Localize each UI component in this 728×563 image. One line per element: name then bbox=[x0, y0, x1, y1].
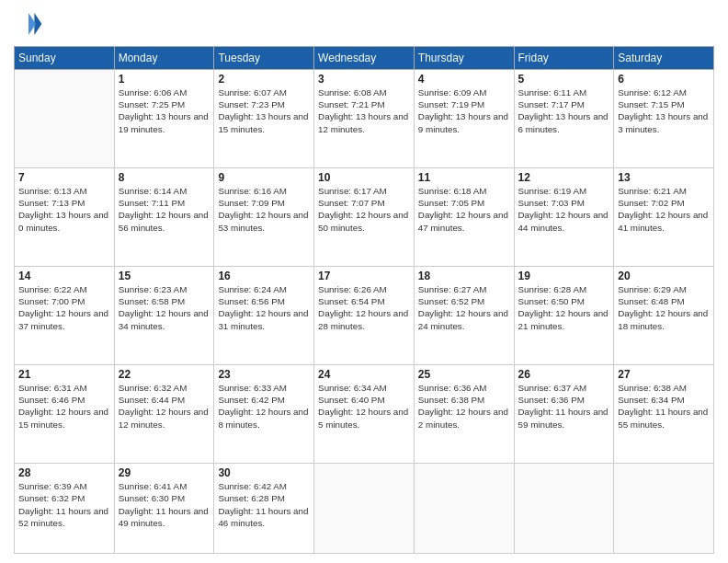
day-number: 29 bbox=[119, 466, 210, 479]
day-number: 2 bbox=[218, 73, 310, 86]
weekday-header-row: SundayMondayTuesdayWednesdayThursdayFrid… bbox=[15, 47, 714, 70]
calendar-cell: 9Sunrise: 6:16 AMSunset: 7:09 PMDaylight… bbox=[214, 168, 314, 267]
day-info: Sunrise: 6:31 AMSunset: 6:46 PMDaylight:… bbox=[18, 382, 110, 431]
weekday-header-tuesday: Tuesday bbox=[214, 47, 314, 70]
day-number: 6 bbox=[618, 73, 710, 86]
calendar-cell: 20Sunrise: 6:29 AMSunset: 6:48 PMDayligh… bbox=[614, 267, 714, 365]
calendar-cell: 7Sunrise: 6:13 AMSunset: 7:13 PMDaylight… bbox=[15, 168, 115, 267]
day-info: Sunrise: 6:18 AMSunset: 7:05 PMDaylight:… bbox=[418, 185, 510, 234]
logo-icon bbox=[14, 9, 43, 39]
calendar-cell: 23Sunrise: 6:33 AMSunset: 6:42 PMDayligh… bbox=[214, 365, 314, 464]
calendar-cell: 8Sunrise: 6:14 AMSunset: 7:11 PMDaylight… bbox=[114, 168, 214, 267]
calendar-cell: 16Sunrise: 6:24 AMSunset: 6:56 PMDayligh… bbox=[214, 267, 314, 365]
day-info: Sunrise: 6:11 AMSunset: 7:17 PMDaylight:… bbox=[518, 86, 610, 135]
day-info: Sunrise: 6:09 AMSunset: 7:19 PMDaylight:… bbox=[418, 86, 510, 135]
calendar-cell: 30Sunrise: 6:42 AMSunset: 6:28 PMDayligh… bbox=[214, 464, 314, 554]
calendar-cell: 14Sunrise: 6:22 AMSunset: 7:00 PMDayligh… bbox=[15, 267, 115, 365]
day-number: 24 bbox=[318, 368, 410, 381]
day-info: Sunrise: 6:14 AMSunset: 7:11 PMDaylight:… bbox=[119, 185, 210, 234]
calendar-cell: 28Sunrise: 6:39 AMSunset: 6:32 PMDayligh… bbox=[15, 464, 115, 554]
weekday-header-friday: Friday bbox=[514, 47, 614, 70]
day-info: Sunrise: 6:39 AMSunset: 6:32 PMDaylight:… bbox=[18, 480, 110, 529]
calendar-cell: 19Sunrise: 6:28 AMSunset: 6:50 PMDayligh… bbox=[514, 267, 614, 365]
day-number: 27 bbox=[618, 368, 710, 381]
weekday-header-monday: Monday bbox=[114, 47, 214, 70]
calendar-cell: 24Sunrise: 6:34 AMSunset: 6:40 PMDayligh… bbox=[314, 365, 415, 464]
day-number: 7 bbox=[18, 171, 110, 184]
day-number: 1 bbox=[119, 73, 210, 86]
calendar-cell: 18Sunrise: 6:27 AMSunset: 6:52 PMDayligh… bbox=[414, 267, 514, 365]
day-info: Sunrise: 6:29 AMSunset: 6:48 PMDaylight:… bbox=[618, 283, 710, 332]
day-info: Sunrise: 6:41 AMSunset: 6:30 PMDaylight:… bbox=[119, 480, 210, 529]
weekday-header-wednesday: Wednesday bbox=[314, 47, 415, 70]
calendar-cell bbox=[314, 464, 415, 554]
day-number: 21 bbox=[18, 368, 110, 381]
calendar-cell: 25Sunrise: 6:36 AMSunset: 6:38 PMDayligh… bbox=[414, 365, 514, 464]
day-info: Sunrise: 6:08 AMSunset: 7:21 PMDaylight:… bbox=[318, 86, 410, 135]
calendar-cell: 4Sunrise: 6:09 AMSunset: 7:19 PMDaylight… bbox=[414, 70, 514, 168]
calendar-cell: 15Sunrise: 6:23 AMSunset: 6:58 PMDayligh… bbox=[114, 267, 214, 365]
calendar-cell: 21Sunrise: 6:31 AMSunset: 6:46 PMDayligh… bbox=[15, 365, 115, 464]
calendar-cell bbox=[514, 464, 614, 554]
calendar-week-row: 1Sunrise: 6:06 AMSunset: 7:25 PMDaylight… bbox=[15, 70, 714, 168]
day-number: 25 bbox=[418, 368, 510, 381]
day-info: Sunrise: 6:19 AMSunset: 7:03 PMDaylight:… bbox=[518, 185, 610, 234]
day-number: 8 bbox=[119, 171, 210, 184]
calendar-cell bbox=[614, 464, 714, 554]
day-info: Sunrise: 6:12 AMSunset: 7:15 PMDaylight:… bbox=[618, 86, 710, 135]
day-number: 10 bbox=[318, 171, 410, 184]
day-number: 23 bbox=[218, 368, 310, 381]
day-number: 26 bbox=[518, 368, 610, 381]
day-number: 3 bbox=[318, 73, 410, 86]
day-number: 20 bbox=[618, 270, 710, 282]
calendar-cell: 22Sunrise: 6:32 AMSunset: 6:44 PMDayligh… bbox=[114, 365, 214, 464]
calendar-cell: 6Sunrise: 6:12 AMSunset: 7:15 PMDaylight… bbox=[614, 70, 714, 168]
day-number: 13 bbox=[618, 171, 710, 184]
calendar-cell: 3Sunrise: 6:08 AMSunset: 7:21 PMDaylight… bbox=[314, 70, 415, 168]
day-info: Sunrise: 6:21 AMSunset: 7:02 PMDaylight:… bbox=[618, 185, 710, 234]
day-info: Sunrise: 6:32 AMSunset: 6:44 PMDaylight:… bbox=[119, 382, 210, 431]
weekday-header-saturday: Saturday bbox=[614, 47, 714, 70]
day-number: 15 bbox=[119, 270, 210, 282]
weekday-header-sunday: Sunday bbox=[15, 47, 115, 70]
day-number: 4 bbox=[418, 73, 510, 86]
day-info: Sunrise: 6:16 AMSunset: 7:09 PMDaylight:… bbox=[218, 185, 310, 234]
day-info: Sunrise: 6:26 AMSunset: 6:54 PMDaylight:… bbox=[318, 283, 410, 332]
day-info: Sunrise: 6:27 AMSunset: 6:52 PMDaylight:… bbox=[418, 283, 510, 332]
day-info: Sunrise: 6:17 AMSunset: 7:07 PMDaylight:… bbox=[318, 185, 410, 234]
day-number: 30 bbox=[218, 466, 310, 479]
calendar-cell: 27Sunrise: 6:38 AMSunset: 6:34 PMDayligh… bbox=[614, 365, 714, 464]
day-info: Sunrise: 6:24 AMSunset: 6:56 PMDaylight:… bbox=[218, 283, 310, 332]
day-info: Sunrise: 6:13 AMSunset: 7:13 PMDaylight:… bbox=[18, 185, 110, 234]
day-number: 9 bbox=[218, 171, 310, 184]
weekday-header-thursday: Thursday bbox=[414, 47, 514, 70]
calendar-cell: 1Sunrise: 6:06 AMSunset: 7:25 PMDaylight… bbox=[114, 70, 214, 168]
day-number: 12 bbox=[518, 171, 610, 184]
header bbox=[14, 9, 714, 39]
calendar-cell: 2Sunrise: 6:07 AMSunset: 7:23 PMDaylight… bbox=[214, 70, 314, 168]
calendar-cell: 10Sunrise: 6:17 AMSunset: 7:07 PMDayligh… bbox=[314, 168, 415, 267]
logo bbox=[14, 9, 47, 39]
day-number: 14 bbox=[18, 270, 110, 282]
day-info: Sunrise: 6:07 AMSunset: 7:23 PMDaylight:… bbox=[218, 86, 310, 135]
day-info: Sunrise: 6:22 AMSunset: 7:00 PMDaylight:… bbox=[18, 283, 110, 332]
day-number: 19 bbox=[518, 270, 610, 282]
day-number: 5 bbox=[518, 73, 610, 86]
calendar-week-row: 7Sunrise: 6:13 AMSunset: 7:13 PMDaylight… bbox=[15, 168, 714, 267]
day-info: Sunrise: 6:06 AMSunset: 7:25 PMDaylight:… bbox=[119, 86, 210, 135]
day-info: Sunrise: 6:42 AMSunset: 6:28 PMDaylight:… bbox=[218, 480, 310, 529]
calendar-cell bbox=[15, 70, 115, 168]
day-number: 22 bbox=[119, 368, 210, 381]
calendar-cell: 11Sunrise: 6:18 AMSunset: 7:05 PMDayligh… bbox=[414, 168, 514, 267]
day-info: Sunrise: 6:36 AMSunset: 6:38 PMDaylight:… bbox=[418, 382, 510, 431]
day-info: Sunrise: 6:38 AMSunset: 6:34 PMDaylight:… bbox=[618, 382, 710, 431]
calendar-table: SundayMondayTuesdayWednesdayThursdayFrid… bbox=[14, 46, 714, 554]
calendar-cell: 29Sunrise: 6:41 AMSunset: 6:30 PMDayligh… bbox=[114, 464, 214, 554]
calendar-week-row: 21Sunrise: 6:31 AMSunset: 6:46 PMDayligh… bbox=[15, 365, 714, 464]
calendar-cell: 5Sunrise: 6:11 AMSunset: 7:17 PMDaylight… bbox=[514, 70, 614, 168]
calendar-week-row: 28Sunrise: 6:39 AMSunset: 6:32 PMDayligh… bbox=[15, 464, 714, 554]
day-number: 17 bbox=[318, 270, 410, 282]
day-number: 11 bbox=[418, 171, 510, 184]
calendar-cell: 13Sunrise: 6:21 AMSunset: 7:02 PMDayligh… bbox=[614, 168, 714, 267]
day-info: Sunrise: 6:28 AMSunset: 6:50 PMDaylight:… bbox=[518, 283, 610, 332]
